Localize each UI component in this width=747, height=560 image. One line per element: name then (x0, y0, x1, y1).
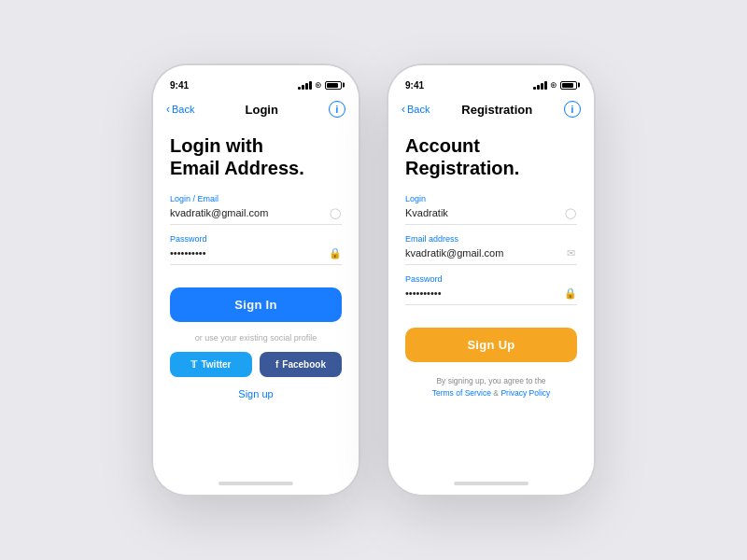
reg-email-label: Email address (405, 234, 577, 244)
reg-email-icon: ✉ (564, 246, 577, 259)
login-email-label: Login / Email (170, 194, 342, 203)
reg-password-field-group: Password •••••••••• 🔒 (405, 274, 577, 305)
login-phone: 9:41 ⊛ ‹ Back Login i (153, 65, 359, 495)
reg-password-value[interactable]: •••••••••• (405, 287, 564, 299)
login-phone-wrapper: 9:41 ⊛ ‹ Back Login i (153, 65, 359, 495)
reg-login-label: Login (405, 194, 577, 203)
sign-in-button[interactable]: Sign In (170, 287, 342, 322)
reg-email-wrapper: kvadratik@gmail.com ✉ (405, 246, 577, 265)
login-page-title: Login withEmail Address. (170, 134, 342, 179)
registration-status-bar: 9:41 ⊛ (388, 65, 594, 95)
login-password-label: Password (170, 234, 342, 244)
reg-wifi-icon: ⊛ (550, 80, 557, 90)
reg-email-value[interactable]: kvadratik@gmail.com (405, 247, 564, 259)
wifi-icon: ⊛ (315, 80, 322, 90)
registration-phone-wrapper: 9:41 ⊛ ‹ Back Registration (388, 65, 594, 495)
twitter-button[interactable]: 𝕋 Twitter (170, 352, 252, 377)
login-status-time: 9:41 (170, 80, 189, 91)
registration-nav-title: Registration (461, 103, 532, 117)
registration-info-label: i (571, 105, 574, 115)
sign-up-button[interactable]: Sign Up (405, 328, 577, 362)
signal-bars-icon (298, 81, 312, 90)
registration-back-label: Back (407, 104, 430, 115)
login-password-wrapper: •••••••••• 🔒 (170, 246, 342, 265)
login-home-indicator (218, 482, 293, 485)
privacy-policy-link[interactable]: Privacy Policy (500, 388, 550, 398)
login-back-button[interactable]: ‹ Back (166, 104, 194, 115)
registration-nav-bar: ‹ Back Registration i (388, 95, 594, 125)
login-nav-bar: ‹ Back Login i (153, 95, 359, 125)
login-status-icons: ⊛ (298, 80, 342, 90)
facebook-label: Facebook (282, 359, 326, 370)
login-status-bar: 9:41 ⊛ (153, 65, 359, 95)
login-email-field-group: Login / Email kvadratik@gmail.com ◯ (170, 194, 342, 225)
signup-link[interactable]: Sign up (170, 388, 342, 399)
terms-text: By signing up, you agree to the Terms of… (405, 375, 577, 399)
login-content: Login withEmail Address. Login / Email k… (153, 125, 359, 476)
lock-icon: 🔒 (329, 246, 342, 259)
login-info-button[interactable]: i (329, 101, 345, 118)
facebook-icon: f (275, 359, 278, 370)
social-buttons-row: 𝕋 Twitter f Facebook (170, 352, 342, 377)
login-password-value[interactable]: •••••••••• (170, 247, 329, 259)
reg-password-wrapper: •••••••••• 🔒 (405, 287, 577, 305)
divider-text: or use your existing social profile (170, 333, 342, 343)
registration-status-time: 9:41 (405, 80, 424, 91)
registration-content: AccountRegistration. Login Kvadratik ◯ E… (388, 125, 594, 476)
twitter-icon: 𝕋 (190, 359, 197, 370)
login-password-field-group: Password •••••••••• 🔒 (170, 234, 342, 265)
reg-login-value[interactable]: Kvadratik (405, 207, 564, 218)
reg-login-field-group: Login Kvadratik ◯ (405, 194, 577, 225)
registration-phone: 9:41 ⊛ ‹ Back Registration (388, 65, 594, 495)
twitter-label: Twitter (201, 359, 231, 370)
reg-chevron-left-icon: ‹ (402, 104, 405, 115)
reg-battery-icon (560, 81, 577, 90)
battery-icon (325, 81, 342, 90)
login-email-wrapper: kvadratik@gmail.com ◯ (170, 206, 342, 225)
terms-line1: By signing up, you agree to the (436, 376, 545, 385)
reg-password-label: Password (405, 274, 577, 284)
user-icon: ◯ (329, 206, 342, 219)
reg-signal-bars-icon (533, 81, 547, 90)
login-nav-title: Login (246, 103, 278, 117)
login-back-label: Back (172, 104, 194, 115)
registration-page-title: AccountRegistration. (405, 134, 577, 179)
login-info-label: i (336, 105, 339, 115)
facebook-button[interactable]: f Facebook (260, 352, 342, 377)
registration-home-indicator (454, 482, 529, 485)
reg-email-field-group: Email address kvadratik@gmail.com ✉ (405, 234, 577, 265)
terms-and: & (491, 388, 500, 398)
chevron-left-icon: ‹ (166, 104, 170, 115)
terms-of-service-link[interactable]: Terms of Service (432, 388, 491, 398)
reg-lock-icon: 🔒 (564, 287, 577, 300)
reg-login-wrapper: Kvadratik ◯ (405, 206, 577, 225)
registration-status-icons: ⊛ (533, 80, 577, 90)
login-email-value[interactable]: kvadratik@gmail.com (170, 207, 329, 218)
registration-info-button[interactable]: i (564, 101, 581, 118)
reg-user-icon: ◯ (564, 206, 577, 219)
registration-back-button[interactable]: ‹ Back (402, 104, 430, 115)
